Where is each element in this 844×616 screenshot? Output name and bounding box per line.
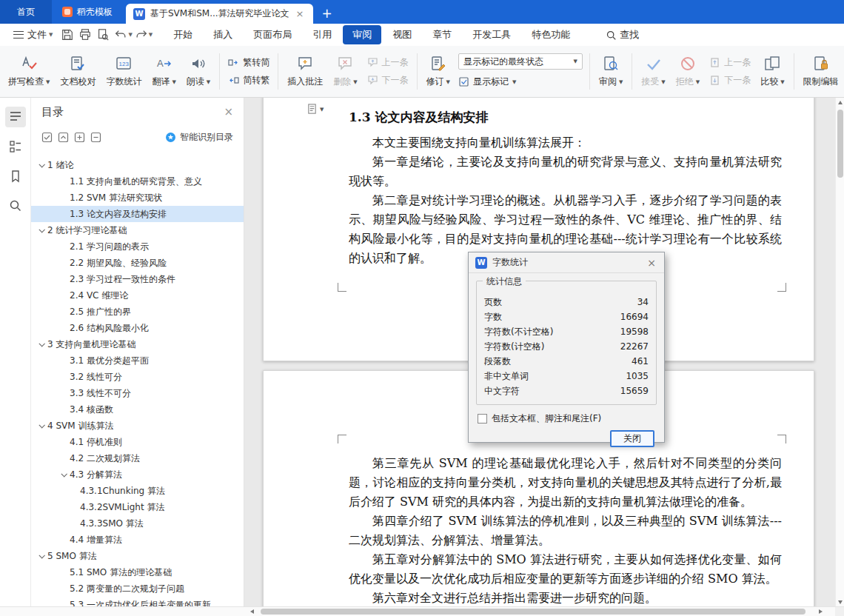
document-tab[interactable]: W 基于SVM和SM...算法研究毕业论文 ×	[126, 4, 313, 24]
insert-comment-button[interactable]: 插入批注	[282, 53, 328, 90]
horizontal-scrollbar[interactable]	[0, 606, 844, 616]
toc-item[interactable]: 2.3 学习过程一致性的条件	[31, 271, 244, 287]
chevron-down-icon[interactable]	[58, 472, 70, 477]
new-tab-button[interactable]: +	[322, 4, 332, 24]
expand-all-icon[interactable]	[74, 132, 85, 143]
chevron-down-icon[interactable]: ▼	[149, 32, 153, 38]
print-preview-button[interactable]	[94, 27, 112, 43]
search-panel-icon[interactable]	[5, 195, 26, 216]
include-textbox-label: 包括文本框、脚注和尾注(F)	[492, 412, 601, 425]
wordcount-button[interactable]: 123 字数统计	[101, 53, 147, 90]
compare-button[interactable]: 比较▼	[755, 53, 789, 90]
simp-to-trad-button[interactable]: 简转繁	[224, 73, 274, 88]
horizontal-scroll-thumb[interactable]	[261, 609, 806, 615]
chevron-down-icon[interactable]: ▼	[128, 32, 132, 38]
chevron-down-icon[interactable]	[36, 424, 47, 428]
docer-tab[interactable]: 稻壳模板	[52, 0, 123, 24]
markup-state-select[interactable]: 显示标记的最终状态 ▼	[458, 53, 583, 70]
collapse-all-icon[interactable]	[90, 132, 101, 143]
menu-tab-2[interactable]: 插入	[204, 25, 242, 44]
toc-item[interactable]: 2.2 期望风险、经验风险	[31, 255, 244, 271]
translate-button[interactable]: A 翻译▼	[147, 53, 181, 90]
toc-item[interactable]: 5.1 SMO 算法的理论基础	[31, 564, 244, 580]
dialog-titlebar[interactable]: W 字数统计 ×	[469, 252, 664, 273]
close-button[interactable]: 关闭	[610, 430, 654, 447]
close-icon[interactable]: ×	[224, 105, 233, 118]
toc-item[interactable]: 4.3.2SVMLight 算法	[31, 499, 244, 515]
chevron-down-icon[interactable]	[36, 342, 47, 346]
outline-panel-icon[interactable]	[5, 107, 26, 127]
toc-item[interactable]: 2.1 学习问题的表示	[31, 238, 244, 255]
toc-item[interactable]: 2.5 推广性的界	[31, 304, 244, 320]
menu-tab-5[interactable]: 审阅	[343, 25, 381, 44]
toc-item[interactable]: 4.2 二次规划算法	[31, 450, 244, 466]
spellcheck-button[interactable]: 拼写检查▼	[3, 53, 55, 90]
toc-item[interactable]: 3.3 线性不可分	[31, 385, 244, 401]
toc-item[interactable]: 5.3 一次成功优化后相关变量的更新	[31, 597, 244, 606]
read-aloud-button[interactable]: 朗读▼	[181, 53, 215, 90]
toc-item[interactable]: 3.2 线性可分	[31, 369, 244, 385]
ribbon-toolbar: 拼写检查▼ 文档校对 123 字数统计 A 翻译▼ 朗读▼ 繁转简 简转繁	[0, 46, 844, 98]
scroll-down-arrow[interactable]	[836, 597, 844, 606]
include-textbox-checkbox[interactable]	[478, 414, 487, 424]
close-tab-icon[interactable]: ×	[295, 8, 306, 19]
menu-tab-7[interactable]: 章节	[423, 25, 461, 44]
menu-tab-9[interactable]: 特色功能	[522, 25, 580, 44]
toc-item[interactable]: 2.6 结构风险最小化	[31, 320, 244, 336]
toc-item[interactable]: 4.1 停机准则	[31, 434, 244, 450]
stat-value: 19598	[620, 327, 649, 337]
toc-item[interactable]: 2 统计学习理论基础	[31, 222, 244, 238]
bookmark-panel-icon[interactable]	[5, 166, 26, 187]
scroll-right-arrow[interactable]	[816, 607, 825, 616]
menu-tab-6[interactable]: 视图	[383, 25, 421, 44]
toc-toolbar: 智能识别目录	[31, 126, 244, 148]
toc-item[interactable]: 1.1 支持向量机的研究背景、意义	[31, 173, 244, 190]
proofread-button[interactable]: 文档校对	[55, 53, 101, 90]
toc-item[interactable]: 3 支持向量机理论基础	[31, 336, 244, 352]
checklist-panel-icon[interactable]	[5, 136, 26, 157]
toc-item[interactable]: 4.3.1Chunking 算法	[31, 483, 244, 499]
restrict-edit-button[interactable]: 限制编辑	[798, 53, 844, 90]
undo-button[interactable]	[112, 27, 130, 43]
menu-tab-1[interactable]: 开始	[164, 25, 202, 44]
comment-mode-button[interactable]: ▼	[307, 103, 324, 116]
toc-item[interactable]: 3.1 最优分类超平面	[31, 352, 244, 369]
vertical-scrollbar[interactable]	[835, 98, 844, 606]
show-markup-button[interactable]: 显示标记 ▼	[458, 74, 583, 90]
toc-item[interactable]: 1.2 SVM 算法研究现状	[31, 190, 244, 206]
scroll-left-arrow[interactable]	[247, 607, 257, 616]
vertical-scroll-thumb[interactable]	[837, 110, 843, 178]
trad-to-simp-button[interactable]: 繁转简	[224, 55, 274, 70]
toc-item[interactable]: 1 绪论	[31, 157, 244, 173]
print-button[interactable]	[76, 27, 94, 43]
toc-item[interactable]: 4.4 增量算法	[31, 532, 244, 548]
search-button[interactable]: 查找	[606, 28, 639, 41]
scroll-up-arrow[interactable]	[836, 98, 844, 107]
menu-tab-4[interactable]: 引用	[303, 25, 341, 44]
menu-tab-8[interactable]: 开发工具	[463, 25, 520, 44]
menu-tab-3[interactable]: 页面布局	[244, 25, 301, 44]
close-icon[interactable]: ×	[646, 257, 657, 269]
collapse-level-icon[interactable]	[58, 132, 69, 143]
home-tab[interactable]: 首页	[0, 0, 52, 24]
redo-button[interactable]	[133, 27, 150, 43]
review-button[interactable]: 审阅▼	[594, 53, 628, 90]
toc-item[interactable]: 3.4 核函数	[31, 401, 244, 418]
smart-toc-button[interactable]: 智能识别目录	[165, 131, 233, 144]
restrict-edit-icon	[812, 55, 830, 73]
track-changes-button[interactable]: 修订▼	[421, 53, 455, 90]
chevron-down-icon[interactable]	[36, 228, 47, 232]
toc-item[interactable]: 5.2 两变量的二次规划子问题	[31, 580, 244, 597]
toc-item[interactable]: 4 SVM 训练算法	[31, 418, 244, 434]
file-menu-button[interactable]: 文件 ▼	[7, 26, 58, 44]
toc-item[interactable]: 5 SMO 算法	[31, 548, 244, 564]
save-button[interactable]	[58, 27, 76, 43]
toc-item[interactable]: 2.4 VC 维理论	[31, 287, 244, 304]
read-aloud-icon	[190, 55, 207, 73]
toc-item[interactable]: 1.3 论文内容及结构安排	[31, 206, 244, 222]
toc-item[interactable]: 4.3 分解算法	[31, 466, 244, 483]
chevron-down-icon[interactable]	[36, 554, 47, 558]
select-headings-icon[interactable]	[41, 132, 53, 143]
chevron-down-icon[interactable]	[36, 163, 47, 167]
toc-item[interactable]: 4.3.3SMO 算法	[31, 515, 244, 532]
